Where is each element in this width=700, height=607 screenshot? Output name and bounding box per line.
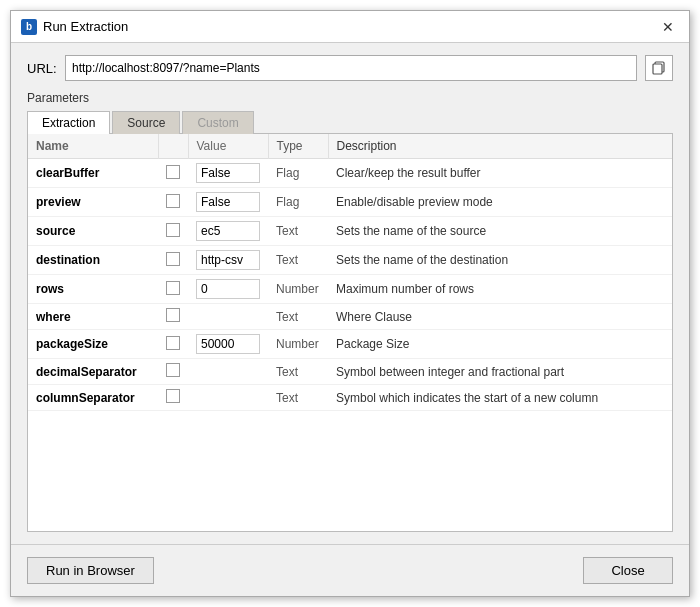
col-header-check — [158, 134, 188, 159]
table-row: whereTextWhere Clause — [28, 304, 672, 330]
param-checkbox-cell[interactable] — [158, 217, 188, 246]
table-row: clearBufferFlagClear/keep the result buf… — [28, 159, 672, 188]
col-header-name: Name — [28, 134, 158, 159]
param-type: Text — [268, 385, 328, 411]
param-name: source — [28, 217, 158, 246]
param-name: packageSize — [28, 330, 158, 359]
param-name: clearBuffer — [28, 159, 158, 188]
col-header-desc: Description — [328, 134, 672, 159]
param-checkbox-cell[interactable] — [158, 359, 188, 385]
table-row: previewFlagEnable/disable preview mode — [28, 188, 672, 217]
param-description: Symbol between integer and fractional pa… — [328, 359, 672, 385]
col-header-type: Type — [268, 134, 328, 159]
dialog-title: Run Extraction — [43, 19, 128, 34]
param-type: Text — [268, 246, 328, 275]
param-value-input[interactable] — [196, 279, 260, 299]
tab-source[interactable]: Source — [112, 111, 180, 134]
param-type: Number — [268, 275, 328, 304]
param-checkbox-cell[interactable] — [158, 159, 188, 188]
title-bar: b Run Extraction ✕ — [11, 11, 689, 43]
param-description: Sets the name of the source — [328, 217, 672, 246]
param-type: Text — [268, 359, 328, 385]
window-close-button[interactable]: ✕ — [657, 16, 679, 38]
table-body: clearBufferFlagClear/keep the result buf… — [28, 159, 672, 411]
param-value-cell[interactable] — [188, 159, 268, 188]
parameters-table: Name Value Type Description clearBufferF… — [28, 134, 672, 411]
table-row: destinationTextSets the name of the dest… — [28, 246, 672, 275]
param-description: Package Size — [328, 330, 672, 359]
param-checkbox[interactable] — [166, 336, 180, 350]
table-header: Name Value Type Description — [28, 134, 672, 159]
url-copy-button[interactable] — [645, 55, 673, 81]
param-description: Where Clause — [328, 304, 672, 330]
param-checkbox[interactable] — [166, 223, 180, 237]
run-in-browser-button[interactable]: Run in Browser — [27, 557, 154, 584]
param-type: Number — [268, 330, 328, 359]
param-checkbox-cell[interactable] — [158, 188, 188, 217]
tab-custom: Custom — [182, 111, 253, 134]
params-label: Parameters — [27, 91, 673, 105]
parameters-table-container: Name Value Type Description clearBufferF… — [27, 133, 673, 532]
param-type: Flag — [268, 159, 328, 188]
param-description: Maximum number of rows — [328, 275, 672, 304]
param-name: where — [28, 304, 158, 330]
table-row: rowsNumberMaximum number of rows — [28, 275, 672, 304]
param-type: Text — [268, 304, 328, 330]
table-row: packageSizeNumberPackage Size — [28, 330, 672, 359]
dialog-footer: Run in Browser Close — [11, 544, 689, 596]
param-checkbox[interactable] — [166, 281, 180, 295]
param-name: preview — [28, 188, 158, 217]
param-value-cell[interactable] — [188, 217, 268, 246]
param-checkbox-cell[interactable] — [158, 275, 188, 304]
dialog-body: URL: Parameters Extraction Source Custom — [11, 43, 689, 544]
param-value-cell[interactable] — [188, 188, 268, 217]
app-icon: b — [21, 19, 37, 35]
param-checkbox[interactable] — [166, 194, 180, 208]
param-name: destination — [28, 246, 158, 275]
param-checkbox-cell[interactable] — [158, 246, 188, 275]
param-checkbox-cell[interactable] — [158, 330, 188, 359]
param-description: Sets the name of the destination — [328, 246, 672, 275]
tabs: Extraction Source Custom — [27, 111, 673, 134]
parameters-section: Parameters Extraction Source Custom Name… — [27, 91, 673, 532]
param-value-cell[interactable] — [188, 359, 268, 385]
svg-rect-1 — [653, 64, 662, 74]
url-label: URL: — [27, 61, 57, 76]
param-value-input[interactable] — [196, 163, 260, 183]
param-value-cell[interactable] — [188, 246, 268, 275]
param-value-input[interactable] — [196, 334, 260, 354]
table-row: sourceTextSets the name of the source — [28, 217, 672, 246]
param-value-input[interactable] — [196, 192, 260, 212]
param-checkbox[interactable] — [166, 165, 180, 179]
param-value-cell[interactable] — [188, 275, 268, 304]
param-checkbox-cell[interactable] — [158, 304, 188, 330]
table-row: decimalSeparatorTextSymbol between integ… — [28, 359, 672, 385]
param-checkbox[interactable] — [166, 308, 180, 322]
param-name: columnSeparator — [28, 385, 158, 411]
param-checkbox[interactable] — [166, 389, 180, 403]
param-checkbox-cell[interactable] — [158, 385, 188, 411]
run-extraction-dialog: b Run Extraction ✕ URL: Parameters Extra… — [10, 10, 690, 597]
param-value-cell[interactable] — [188, 330, 268, 359]
param-name: rows — [28, 275, 158, 304]
param-value-cell[interactable] — [188, 385, 268, 411]
param-description: Enable/disable preview mode — [328, 188, 672, 217]
table-wrapper[interactable]: Name Value Type Description clearBufferF… — [28, 134, 672, 531]
url-row: URL: — [27, 55, 673, 81]
param-value-input[interactable] — [196, 221, 260, 241]
param-checkbox[interactable] — [166, 363, 180, 377]
param-value-cell[interactable] — [188, 304, 268, 330]
title-bar-left: b Run Extraction — [21, 19, 128, 35]
param-checkbox[interactable] — [166, 252, 180, 266]
url-input[interactable] — [65, 55, 637, 81]
param-description: Symbol which indicates the start of a ne… — [328, 385, 672, 411]
param-type: Flag — [268, 188, 328, 217]
param-value-input[interactable] — [196, 250, 260, 270]
param-description: Clear/keep the result buffer — [328, 159, 672, 188]
col-header-value: Value — [188, 134, 268, 159]
param-name: decimalSeparator — [28, 359, 158, 385]
tab-extraction[interactable]: Extraction — [27, 111, 110, 134]
close-button[interactable]: Close — [583, 557, 673, 584]
table-row: columnSeparatorTextSymbol which indicate… — [28, 385, 672, 411]
param-type: Text — [268, 217, 328, 246]
